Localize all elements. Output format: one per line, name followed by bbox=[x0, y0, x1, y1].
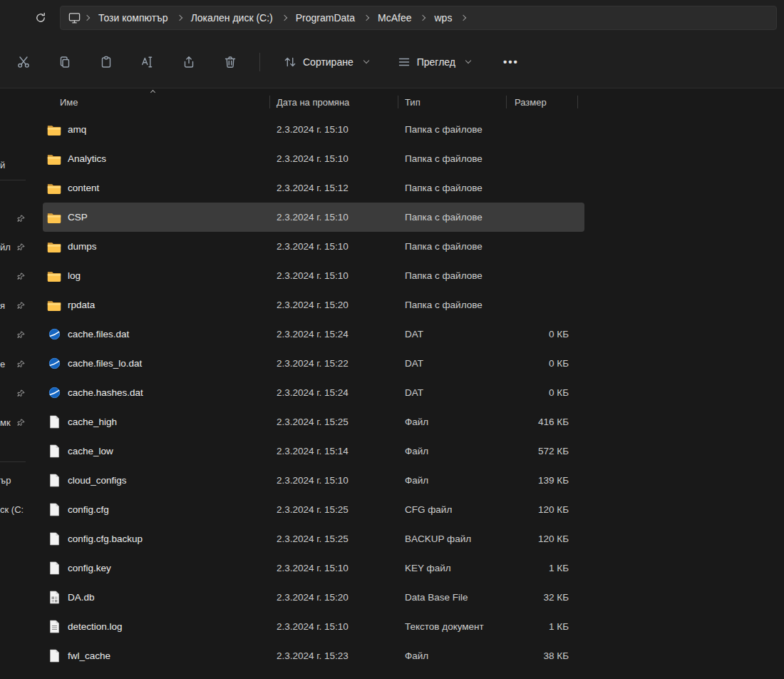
pin-icon bbox=[17, 389, 25, 397]
breadcrumb-chevron-icon bbox=[420, 15, 425, 21]
view-button[interactable]: Преглед bbox=[388, 48, 479, 76]
breadcrumb-item[interactable]: ProgramData bbox=[290, 12, 361, 24]
sidebar-item-fragment[interactable] bbox=[0, 270, 30, 282]
sidebar-item-fragment[interactable]: я bbox=[0, 299, 30, 312]
share-icon bbox=[182, 55, 196, 69]
refresh-button[interactable] bbox=[29, 6, 53, 30]
column-header-type-label: Тип bbox=[405, 97, 421, 108]
file-name-cell: log bbox=[43, 270, 269, 282]
share-button[interactable] bbox=[174, 48, 204, 76]
column-separator[interactable] bbox=[398, 96, 398, 108]
sidebar-item-fragment[interactable]: й bbox=[0, 158, 30, 171]
breadcrumb-item[interactable]: wps bbox=[428, 12, 458, 24]
breadcrumb-item[interactable]: Този компютър bbox=[93, 12, 174, 24]
file-date: 2.3.2024 г. 15:25 bbox=[269, 504, 398, 515]
file-name: cache.files_lo.dat bbox=[68, 358, 142, 369]
file-date: 2.3.2024 г. 15:24 bbox=[269, 387, 398, 398]
dat-file-icon bbox=[47, 328, 61, 340]
navigation-pane: ййляемкърск (C: bbox=[0, 89, 33, 679]
column-headers: Име Дата на промяна Тип Размер bbox=[43, 89, 584, 115]
more-options-button[interactable]: ••• bbox=[496, 50, 526, 73]
file-row[interactable]: cloud_configs2.3.2024 г. 15:10Файл139 КБ bbox=[43, 466, 584, 495]
file-name-cell: rpdata bbox=[43, 300, 269, 311]
copy-button[interactable] bbox=[50, 48, 80, 76]
file-date: 2.3.2024 г. 15:20 bbox=[269, 300, 398, 310]
file-name: Analytics bbox=[68, 153, 106, 164]
sidebar-divider bbox=[0, 461, 26, 462]
file-name: config.cfg bbox=[68, 504, 109, 515]
folder-icon bbox=[47, 124, 61, 136]
breadcrumb-chevron-icon bbox=[176, 15, 182, 21]
file-name-cell: fwl_cache bbox=[43, 649, 269, 663]
breadcrumb-item[interactable]: McAfee bbox=[372, 12, 417, 24]
sort-ascending-icon bbox=[150, 90, 155, 95]
column-header-date[interactable]: Дата на промяна bbox=[269, 97, 398, 108]
file-row[interactable]: cache.files_lo.dat2.3.2024 г. 15:22DAT0 … bbox=[43, 349, 584, 378]
file-name-cell: cache.files.dat bbox=[43, 328, 269, 340]
file-type: DAT bbox=[398, 387, 506, 398]
column-separator[interactable] bbox=[506, 96, 507, 108]
breadcrumb: Този компютърЛокален диск (C:)ProgramDat… bbox=[93, 12, 469, 24]
file-row[interactable]: detection.log2.3.2024 г. 15:10Текстов до… bbox=[43, 612, 584, 641]
column-header-size[interactable]: Размер bbox=[506, 97, 577, 108]
file-name: cache_high bbox=[68, 417, 117, 427]
file-row[interactable]: Analytics2.3.2024 г. 15:10Папка с файлов… bbox=[43, 144, 584, 173]
paste-button[interactable] bbox=[91, 48, 121, 76]
sidebar-item-fragment[interactable]: мк bbox=[0, 416, 30, 429]
sidebar-item-fragment[interactable]: е bbox=[0, 357, 30, 370]
toolbar: Сортиране Преглед ••• bbox=[0, 36, 784, 88]
file-icon bbox=[47, 444, 61, 458]
folder-icon bbox=[47, 270, 61, 282]
file-row[interactable]: fwl_cache2.3.2024 г. 15:23Файл38 КБ bbox=[43, 641, 584, 670]
sidebar-item-fragment[interactable]: ър bbox=[0, 474, 30, 486]
cut-button[interactable] bbox=[9, 48, 38, 76]
column-header-date-label: Дата на промяна bbox=[277, 97, 349, 108]
file-row[interactable]: config.cfg.backup2.3.2024 г. 15:25BACKUP… bbox=[43, 524, 584, 553]
file-row[interactable]: config.cfg2.3.2024 г. 15:25CFG файл120 К… bbox=[43, 495, 584, 524]
file-date: 2.3.2024 г. 15:14 bbox=[269, 446, 398, 456]
file-type: Папка с файлове bbox=[398, 212, 506, 223]
file-name-cell: CSP bbox=[43, 212, 269, 223]
file-row[interactable]: dumps2.3.2024 г. 15:10Папка с файлове bbox=[43, 232, 584, 261]
file-row[interactable]: CSP2.3.2024 г. 15:10Папка с файлове bbox=[43, 203, 584, 232]
sidebar-item-fragment[interactable] bbox=[0, 212, 30, 225]
sidebar-item-fragment[interactable] bbox=[0, 387, 30, 399]
file-name: fwl_cache bbox=[68, 650, 110, 661]
address-bar: Този компютърЛокален диск (C:)ProgramDat… bbox=[0, 0, 784, 36]
sidebar-item-fragment[interactable] bbox=[0, 328, 30, 341]
file-row[interactable]: rpdata2.3.2024 г. 15:20Папка с файлове bbox=[43, 290, 584, 320]
pin-icon bbox=[17, 302, 25, 310]
sidebar-item-fragment[interactable]: йл bbox=[0, 240, 30, 253]
folder-icon bbox=[47, 300, 61, 311]
file-row[interactable]: cache_high2.3.2024 г. 15:25Файл416 КБ bbox=[43, 407, 584, 436]
database-file-icon bbox=[47, 591, 61, 604]
this-pc-icon[interactable] bbox=[68, 11, 81, 24]
file-name-cell: cloud_configs bbox=[43, 474, 269, 487]
column-separator[interactable] bbox=[577, 96, 578, 108]
rename-button[interactable] bbox=[133, 48, 163, 76]
file-row[interactable]: DA.db2.3.2024 г. 15:20Data Base File32 К… bbox=[43, 583, 584, 612]
file-type: Файл bbox=[398, 417, 506, 427]
column-separator[interactable] bbox=[269, 96, 270, 108]
sidebar-item-label: ър bbox=[0, 475, 11, 486]
file-row[interactable]: amq2.3.2024 г. 15:10Папка с файлове bbox=[43, 115, 584, 144]
sidebar-item-fragment[interactable]: ск (C: bbox=[0, 503, 30, 516]
file-row[interactable]: cache_low2.3.2024 г. 15:14Файл572 КБ bbox=[43, 436, 584, 466]
file-row[interactable]: cache.files.dat2.3.2024 г. 15:24DAT0 КБ bbox=[43, 320, 584, 349]
column-header-type[interactable]: Тип bbox=[398, 97, 506, 108]
sort-button[interactable]: Сортиране bbox=[274, 48, 377, 76]
file-date: 2.3.2024 г. 15:22 bbox=[269, 358, 398, 369]
breadcrumb-item[interactable]: Локален диск (C:) bbox=[185, 12, 279, 24]
pin-icon bbox=[17, 243, 25, 251]
file-size: 416 КБ bbox=[506, 417, 577, 427]
file-row[interactable]: cache.hashes.dat2.3.2024 г. 15:24DAT0 КБ bbox=[43, 378, 584, 407]
file-date: 2.3.2024 г. 15:10 bbox=[269, 563, 398, 573]
file-row[interactable]: config.key2.3.2024 г. 15:10KEY файл1 КБ bbox=[43, 553, 584, 583]
column-header-name[interactable]: Име bbox=[43, 97, 269, 108]
file-row[interactable]: log2.3.2024 г. 15:10Папка с файлове bbox=[43, 261, 584, 290]
folder-icon bbox=[47, 183, 61, 194]
address-bar-input[interactable]: Този компютърЛокален диск (C:)ProgramDat… bbox=[60, 6, 777, 30]
delete-button[interactable] bbox=[215, 48, 245, 76]
file-row[interactable]: content2.3.2024 г. 15:12Папка с файлове bbox=[43, 173, 584, 203]
view-list-icon bbox=[397, 55, 411, 69]
